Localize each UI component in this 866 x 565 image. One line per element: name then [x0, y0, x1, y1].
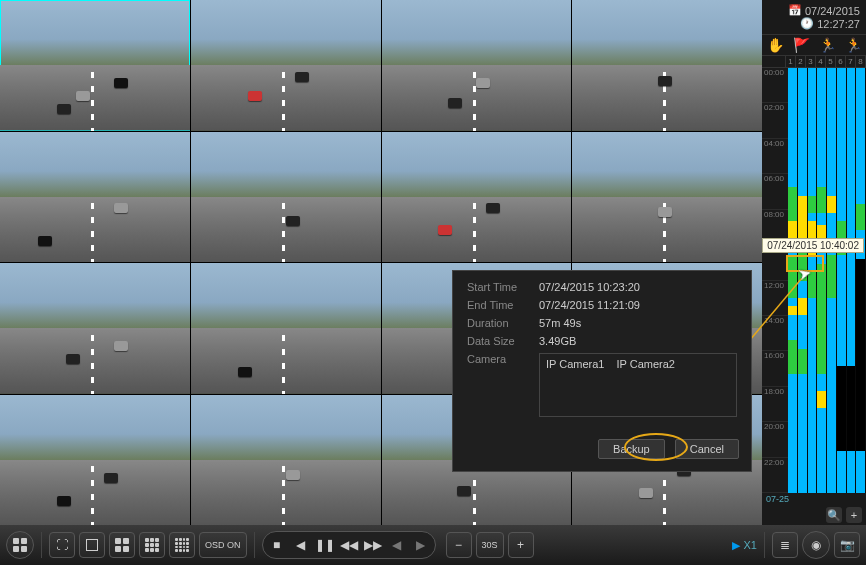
current-date: 07/24/2015 — [805, 5, 860, 17]
legend-motion-icon: 🏃 — [819, 37, 836, 53]
recording-type-legend: ✋ 🚩 🏃 🏃 — [762, 35, 866, 56]
rewind-button[interactable]: ◀◀ — [337, 532, 361, 558]
fullscreen-button[interactable]: ⛶ — [49, 532, 75, 558]
step-forward-button[interactable]: ▶ — [409, 532, 433, 558]
camera-label: Camera — [467, 353, 539, 417]
camera-tile-4[interactable] — [572, 0, 762, 131]
play-indicator-icon: ▶ — [732, 539, 740, 552]
calendar-icon: 📅 — [788, 4, 802, 17]
end-time-value: 07/24/2015 11:21:09 — [539, 299, 640, 311]
interval-increase-button[interactable]: + — [508, 532, 534, 558]
backup-button-highlight — [624, 433, 688, 461]
track-8[interactable] — [856, 68, 866, 493]
track-7[interactable] — [847, 68, 857, 493]
legend-scheduled-icon: ✋ — [767, 37, 784, 53]
clock-icon: 🕐 — [800, 17, 814, 30]
next-date-label: 07-25 — [762, 493, 866, 505]
stop-button[interactable]: ■ — [265, 532, 289, 558]
timeline-panel: 📅07/24/2015 🕐12:27:27 ✋ 🚩 🏃 🏃 1 2 3 4 5 … — [762, 0, 866, 525]
duration-label: Duration — [467, 317, 539, 329]
camera-tile-2[interactable] — [191, 0, 381, 131]
layout-16-button[interactable] — [169, 532, 195, 558]
camera-tile-3[interactable] — [382, 0, 572, 131]
step-back-button[interactable]: ◀ — [385, 532, 409, 558]
camera-tile-5[interactable] — [0, 132, 190, 263]
legend-alarm-icon: 🚩 — [793, 37, 810, 53]
camera-tile-10[interactable] — [191, 263, 381, 394]
camera-tile-14[interactable] — [191, 395, 381, 526]
track-5[interactable] — [827, 68, 837, 493]
backup-modal: Start Time07/24/2015 10:23:20 End Time07… — [452, 270, 752, 472]
camera-tile-9[interactable] — [0, 263, 190, 394]
interval-display: 30S — [476, 532, 504, 558]
start-time-value: 07/24/2015 10:23:20 — [539, 281, 640, 293]
data-size-label: Data Size — [467, 335, 539, 347]
camera-tile-8[interactable] — [572, 132, 762, 263]
layout-4-button[interactable] — [109, 532, 135, 558]
end-time-label: End Time — [467, 299, 539, 311]
timeline-column-header: 1 2 3 4 5 6 7 8 — [762, 56, 866, 68]
start-time-label: Start Time — [467, 281, 539, 293]
camera-item: IP Camera1 — [546, 358, 605, 370]
playback-speed: ▶ X1 — [732, 539, 757, 552]
playback-controls: ■ ◀ ❚❚ ◀◀ ▶▶ ◀ ▶ — [262, 531, 436, 559]
camera-tile-6[interactable] — [191, 132, 381, 263]
layout-9-button[interactable] — [139, 532, 165, 558]
playback-toolbar: ⛶ OSD ON ■ ◀ ❚❚ ◀◀ ▶▶ ◀ ▶ − 30S + ▶ X1 ≣… — [0, 525, 866, 565]
camera-tile-13[interactable] — [0, 395, 190, 526]
timeline-zoom-in-button[interactable]: + — [846, 507, 862, 523]
osd-toggle-button[interactable]: OSD ON — [199, 532, 247, 558]
current-time: 12:27:27 — [817, 18, 860, 30]
pause-button[interactable]: ❚❚ — [313, 532, 337, 558]
duration-value: 57m 49s — [539, 317, 581, 329]
track-6[interactable] — [837, 68, 847, 493]
layout-quad-button[interactable] — [6, 531, 34, 559]
snapshot-button[interactable]: 📷 — [834, 532, 860, 558]
camera-item: IP Camera2 — [617, 358, 676, 370]
legend-manual-icon: 🏃 — [845, 37, 862, 53]
timeline-zoom-button[interactable]: 🔍 — [826, 507, 842, 523]
camera-list: IP Camera1 IP Camera2 — [539, 353, 737, 417]
track-4[interactable] — [817, 68, 827, 493]
date-time-display: 📅07/24/2015 🕐12:27:27 — [762, 0, 866, 35]
fast-forward-button[interactable]: ▶▶ — [361, 532, 385, 558]
timeline-tooltip: 07/24/2015 10:40:02 — [762, 238, 864, 253]
layout-1-button[interactable] — [79, 532, 105, 558]
record-button[interactable]: ◉ — [802, 531, 830, 559]
data-size-value: 3.49GB — [539, 335, 576, 347]
camera-tile-7[interactable] — [382, 132, 572, 263]
timeline-tracks[interactable]: 00:00 02:00 04:00 06:00 08:00 10:00 12:0… — [762, 68, 866, 493]
interval-decrease-button[interactable]: − — [446, 532, 472, 558]
prev-frame-button[interactable]: ◀ — [289, 532, 313, 558]
camera-tile-1[interactable] — [0, 0, 190, 131]
list-button[interactable]: ≣ — [772, 532, 798, 558]
track-1[interactable] — [788, 68, 798, 493]
